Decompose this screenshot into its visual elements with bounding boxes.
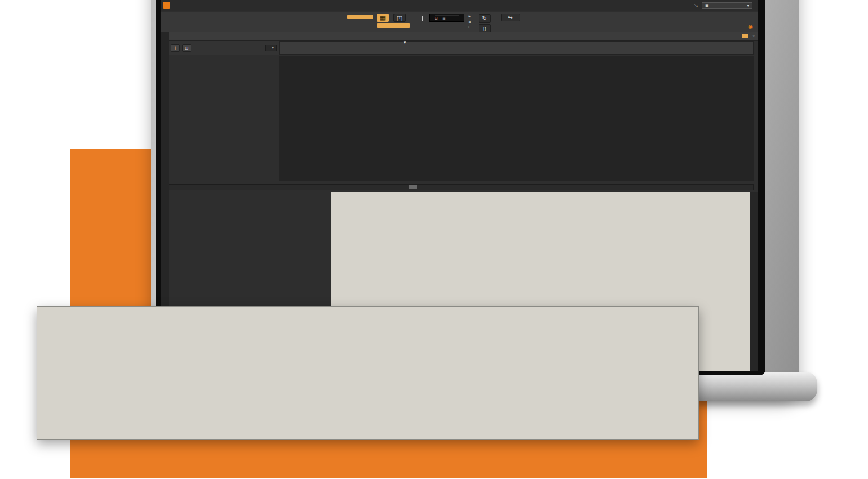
workspace-select[interactable]: ▾ — [265, 45, 277, 51]
clips-pane[interactable] — [279, 56, 754, 181]
track-manager-button[interactable]: ⊞ — [182, 44, 191, 52]
trackview-menubar: ▾ — [169, 32, 758, 41]
cakewalk-logo-icon — [163, 2, 170, 9]
marker-dot-icon[interactable]: ● — [468, 20, 472, 24]
playhead-line[interactable] — [408, 42, 408, 181]
lens-preset-select[interactable]: ▣ ▾ — [702, 2, 752, 9]
snap-grid-icon: ▦ — [377, 14, 389, 22]
export-button[interactable]: ↪ — [501, 14, 520, 21]
chevron-down-icon: ▾ — [752, 34, 755, 38]
sonar-logo-icon: ◉ — [748, 24, 753, 30]
timeline-ruler[interactable] — [279, 41, 754, 55]
meter-icon[interactable]: ≣ — [442, 16, 446, 21]
snap-resolution-chip[interactable] — [377, 23, 410, 28]
laptop-base — [698, 372, 817, 401]
playhead-flag-icon[interactable]: ▾ — [404, 39, 406, 45]
clock-icon[interactable]: ⊡ — [435, 16, 438, 21]
sonar-brand: ◉ — [748, 24, 755, 30]
marker-next-icon[interactable]: ▸ — [468, 14, 472, 19]
snap-button[interactable]: ▦ — [377, 14, 389, 22]
add-track-button[interactable]: + — [171, 44, 180, 52]
aim-assist-icon[interactable] — [742, 34, 748, 38]
scroll-handle[interactable] — [409, 185, 417, 189]
marks-button[interactable]: ◳ — [393, 14, 406, 22]
marks-icon: ◳ — [393, 14, 406, 22]
tool-options-chip[interactable] — [347, 15, 373, 19]
chevron-down-icon: ▾ — [747, 3, 749, 8]
time-display: ⊡ ≣ — [429, 14, 464, 22]
chevron-down-icon: ▾ — [272, 46, 274, 50]
punch-button[interactable]: ⁅⁆ — [479, 24, 491, 33]
stage: ↘ ▣ ▾ ▦ — [0, 0, 868, 479]
lock-icon: ▣ — [705, 3, 709, 8]
browser-collapsed-strip[interactable] — [750, 192, 758, 371]
loop-button[interactable]: ↻ — [479, 14, 491, 23]
track-pane-header: + ⊞ ▾ — [169, 41, 279, 55]
sonar-toolbar: ▦ ◳ ⊡ ≣ — [161, 12, 758, 32]
dock-undock-icon[interactable]: ↘ — [694, 2, 698, 8]
sonar-menubar: ↘ ▣ ▾ — [161, 0, 758, 11]
horizontal-scrollbar[interactable] — [169, 184, 754, 190]
metronome-icon[interactable]: ♩ — [468, 25, 472, 29]
melodyne-floating-window — [37, 306, 699, 440]
